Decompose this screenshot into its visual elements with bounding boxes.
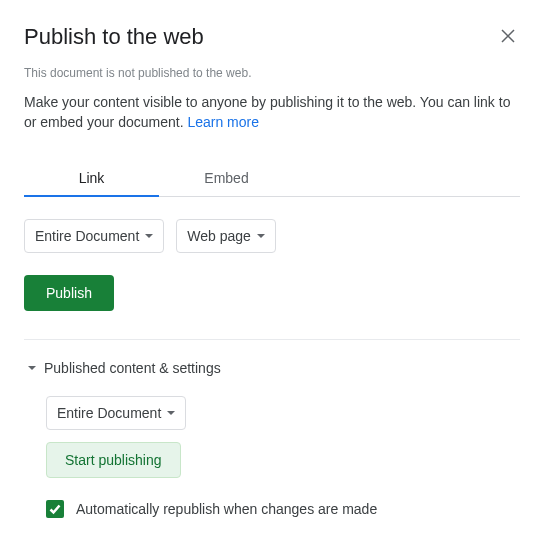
dialog-description: Make your content visible to anyone by p…: [24, 92, 520, 132]
caret-down-icon: [28, 366, 36, 370]
dialog-title: Publish to the web: [24, 24, 204, 50]
description-text: Make your content visible to anyone by p…: [24, 94, 510, 130]
dialog-header: Publish to the web: [24, 24, 520, 66]
format-dropdown[interactable]: Web page: [176, 219, 276, 253]
format-dropdown-label: Web page: [187, 228, 251, 244]
start-publishing-button[interactable]: Start publishing: [46, 442, 181, 478]
publish-dialog: Publish to the web This document is not …: [0, 0, 544, 556]
section-title: Published content & settings: [44, 360, 221, 376]
tab-embed[interactable]: Embed: [159, 160, 294, 196]
close-button[interactable]: [496, 24, 520, 48]
status-text: This document is not published to the we…: [24, 66, 520, 80]
controls-row: Entire Document Web page: [24, 219, 520, 253]
caret-down-icon: [167, 411, 175, 415]
checkmark-icon: [48, 502, 62, 516]
caret-down-icon: [257, 234, 265, 238]
tabs: Link Embed: [24, 160, 520, 197]
publish-button[interactable]: Publish: [24, 275, 114, 311]
caret-down-icon: [145, 234, 153, 238]
auto-republish-row: Automatically republish when changes are…: [46, 500, 520, 518]
learn-more-link[interactable]: Learn more: [187, 114, 259, 130]
auto-republish-label: Automatically republish when changes are…: [76, 501, 377, 517]
published-settings-body: Entire Document Start publishing Automat…: [24, 396, 520, 518]
published-settings-toggle[interactable]: Published content & settings: [24, 360, 520, 376]
settings-scope-label: Entire Document: [57, 405, 161, 421]
tab-link[interactable]: Link: [24, 160, 159, 196]
scope-dropdown[interactable]: Entire Document: [24, 219, 164, 253]
divider: [24, 339, 520, 340]
scope-dropdown-label: Entire Document: [35, 228, 139, 244]
auto-republish-checkbox[interactable]: [46, 500, 64, 518]
close-icon: [500, 28, 516, 44]
settings-scope-dropdown[interactable]: Entire Document: [46, 396, 186, 430]
